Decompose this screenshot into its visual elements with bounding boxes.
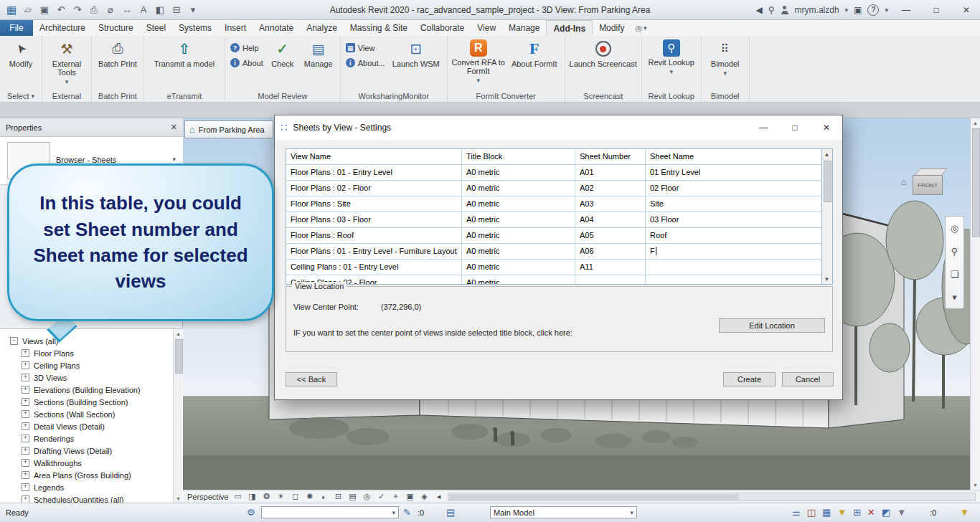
panel-label-batch-print[interactable]: Batch Print: [92, 90, 143, 102]
canvas-vertical-scrollbar[interactable]: ▴ ▾: [970, 118, 980, 490]
cell-sheet-name[interactable]: 01 Entry Level: [646, 165, 821, 180]
view-scale-label[interactable]: Perspective: [187, 493, 228, 501]
expand-icon[interactable]: +: [22, 495, 29, 503]
scrollbar-thumb[interactable]: [824, 161, 831, 202]
properties-palette-header[interactable]: Properties ✕: [0, 118, 183, 137]
cell-view-name[interactable]: Floor Plans : 02 - Floor: [286, 181, 462, 196]
expand-icon[interactable]: +: [22, 422, 29, 430]
table-row[interactable]: Ceiling Plans : 01 - Entry Level A0 metr…: [286, 260, 821, 275]
tab-view[interactable]: View: [471, 20, 502, 36]
tab-massing-site[interactable]: Massing & Site: [344, 20, 414, 36]
transmit-model-button[interactable]: ⇧ Transmit a model: [148, 37, 221, 68]
text-icon[interactable]: A: [136, 3, 151, 17]
cell-view-name[interactable]: Ceiling Plans : 01 - Entry Level: [286, 260, 462, 275]
column-header-title-block[interactable]: Title Block: [462, 149, 575, 164]
viewcube-front-face[interactable]: FRONT: [913, 175, 943, 195]
worksets-icon[interactable]: ⚙: [247, 507, 255, 518]
cell-title-block[interactable]: A0 metric: [462, 244, 575, 259]
tab-add-ins[interactable]: Add-Ins: [546, 20, 593, 36]
cell-sheet-number[interactable]: A03: [575, 196, 646, 212]
column-header-sheet-number[interactable]: Sheet Number: [575, 149, 646, 164]
minimize-button[interactable]: —: [894, 0, 918, 19]
temporary-view-properties-icon[interactable]: ⌖: [390, 492, 400, 501]
show-crop-region-icon[interactable]: ⊡: [333, 492, 343, 501]
visual-style-icon[interactable]: ❂: [261, 492, 271, 501]
table-row[interactable]: Floor Plans : 01 - Entry Level - Furnitu…: [286, 244, 821, 260]
column-header-sheet-name[interactable]: Sheet Name: [646, 149, 821, 164]
tree-item-walkthroughs[interactable]: + Walkthroughs: [0, 457, 183, 469]
tab-insert[interactable]: Insert: [218, 20, 253, 36]
viewcube-home-icon[interactable]: ⌂: [901, 177, 906, 187]
expand-icon[interactable]: +: [22, 435, 29, 442]
back-button[interactable]: << Back: [286, 372, 337, 386]
wsm-about-button[interactable]: i About...: [346, 58, 385, 67]
press-drag-icon[interactable]: ⊞: [853, 507, 861, 518]
cancel-button[interactable]: Cancel: [782, 372, 834, 386]
redo-icon[interactable]: ↷: [70, 3, 85, 17]
aligned-dimension-icon[interactable]: ↔: [120, 3, 134, 17]
cell-title-block[interactable]: A0 metric: [462, 181, 575, 196]
panel-label-formit-converter[interactable]: FormIt Converter: [448, 90, 565, 102]
table-row[interactable]: Floor Plans : 03 - Floor A0 metric A04 0…: [286, 212, 821, 228]
scrollbar-thumb[interactable]: [175, 339, 183, 374]
reveal-constraints-icon[interactable]: ✕: [867, 507, 875, 518]
temporary-hide-icon[interactable]: ◎: [362, 492, 372, 501]
tab-file[interactable]: File: [0, 20, 33, 36]
tree-item-legends[interactable]: + Legends: [0, 481, 183, 493]
open-icon[interactable]: ▱: [21, 3, 35, 17]
scroll-left-icon[interactable]: ◂: [433, 492, 443, 501]
viewcube[interactable]: ⌂ FRONT: [901, 169, 944, 197]
pan-icon[interactable]: ❏: [951, 269, 959, 280]
external-tools-button[interactable]: ⚒ External Tools ▾: [46, 37, 88, 85]
cell-sheet-name[interactable]: 03 Floor: [646, 212, 821, 227]
about-formit-button[interactable]: F About FormIt: [508, 37, 561, 68]
scroll-down-icon[interactable]: ▾: [174, 494, 183, 503]
undo-icon[interactable]: ↶: [54, 3, 68, 17]
constraints-icon[interactable]: ▣: [405, 492, 415, 501]
tree-item-floor-plans[interactable]: + Floor Plans: [0, 347, 183, 359]
edit-location-button[interactable]: Edit Location: [719, 318, 825, 333]
panel-label-etransmit[interactable]: eTransmit: [144, 90, 225, 102]
unlocked-view-icon[interactable]: ▤: [347, 492, 357, 501]
editable-only-icon[interactable]: ✎: [403, 507, 411, 518]
rendering-icon[interactable]: ✺: [304, 492, 314, 501]
tree-item-elevations[interactable]: + Elevations (Building Elevation): [0, 384, 183, 396]
active-workset-dropdown[interactable]: ▾: [261, 506, 399, 518]
help-menu-chevron-icon[interactable]: ▾: [885, 6, 888, 14]
cell-title-block[interactable]: A0 metric: [462, 260, 575, 275]
cell-title-block[interactable]: A0 metric: [462, 228, 575, 243]
chevron-down-icon[interactable]: ▾: [172, 156, 176, 163]
tab-modify[interactable]: Modify: [593, 20, 631, 36]
tab-manage[interactable]: Manage: [502, 20, 546, 36]
temporary-properties-icon[interactable]: ▦: [822, 507, 831, 518]
select-toggle-icon[interactable]: ◩: [882, 507, 890, 518]
dialog-maximize-button[interactable]: □: [779, 115, 811, 140]
tree-item-sections-building[interactable]: + Sections (Building Section): [0, 396, 183, 408]
scroll-up-icon[interactable]: ▴: [971, 118, 980, 128]
launch-screencast-button[interactable]: Launch Screencast: [569, 37, 638, 68]
cell-sheet-name[interactable]: 02 Floor: [646, 181, 821, 196]
view-tab-from-parking-area[interactable]: ⌂ From Parking Area: [184, 120, 273, 138]
tab-steel[interactable]: Steel: [140, 20, 172, 36]
cell-sheet-name-editing[interactable]: F: [646, 244, 821, 259]
expand-icon[interactable]: +: [22, 459, 29, 467]
bimodel-button[interactable]: ⠿ Bimodel ▾: [705, 37, 745, 77]
table-row[interactable]: Ceiling Plans : 02 - Floor A0 metric: [286, 275, 821, 285]
cell-sheet-number[interactable]: A04: [575, 212, 646, 227]
panel-label-revit-lookup[interactable]: Revit Lookup: [642, 90, 701, 102]
selection-chevron-icon[interactable]: ▼: [897, 507, 906, 518]
close-button[interactable]: ✕: [954, 0, 979, 19]
print-icon[interactable]: ⎙: [87, 3, 101, 17]
expand-icon[interactable]: +: [22, 483, 29, 491]
cell-sheet-name[interactable]: Site: [646, 196, 821, 212]
cell-title-block[interactable]: A0 metric: [462, 212, 575, 227]
scroll-up-icon[interactable]: ▲: [822, 149, 831, 159]
maximize-button[interactable]: □: [924, 0, 948, 19]
reveal-hidden-icon[interactable]: ✓: [376, 492, 386, 501]
navbar-chevron-icon[interactable]: ▾: [952, 292, 957, 303]
column-header-view-name[interactable]: View Name: [286, 149, 462, 164]
browser-scrollbar[interactable]: ▴ ▾: [173, 329, 182, 503]
tree-item-schedules[interactable]: + Schedules/Quantities (all): [0, 493, 183, 503]
scrollbar-thumb[interactable]: [972, 128, 980, 237]
manage-button[interactable]: ▤ Manage: [301, 37, 336, 68]
